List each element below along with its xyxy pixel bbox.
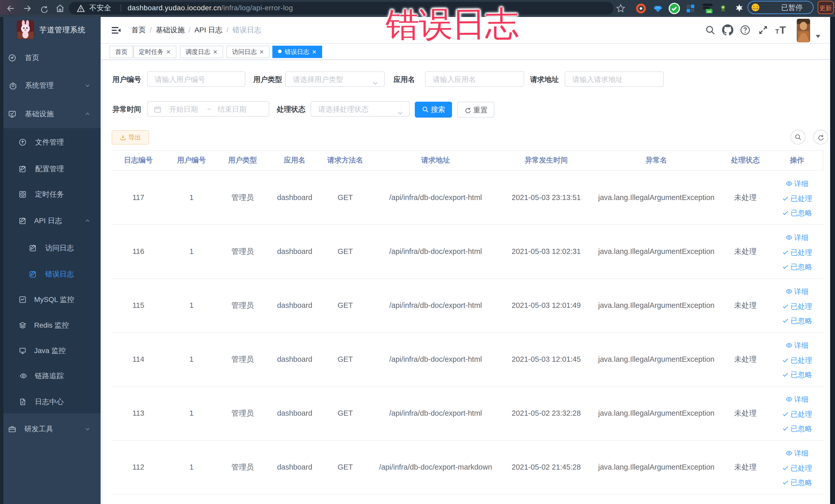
svg-text:on: on: [707, 10, 711, 13]
